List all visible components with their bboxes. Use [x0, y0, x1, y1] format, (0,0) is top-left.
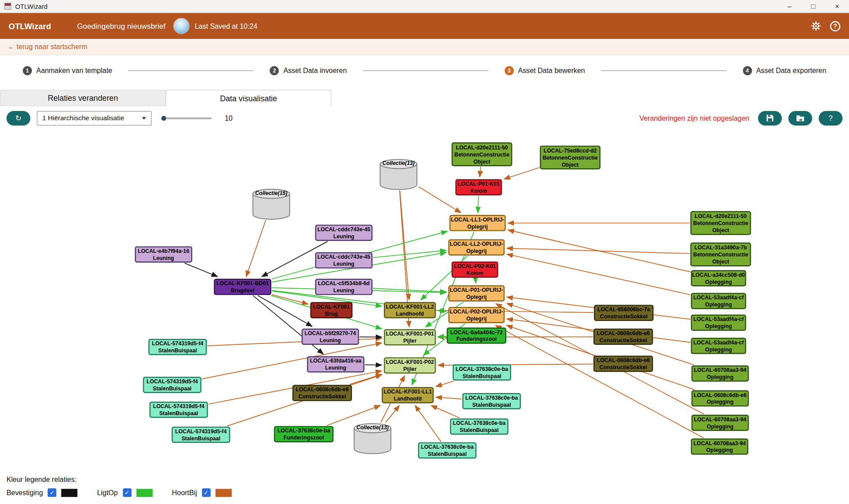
asset-node[interactable]: LOCAL-37638c0e-baStalenBuispaal: [450, 419, 509, 435]
help-icon[interactable]: ?: [830, 21, 840, 31]
visualisation-select[interactable]: 1 Hiërarchische visualisatie: [37, 111, 152, 125]
asset-node[interactable]: LOCAL-P01-OPLRIJ-Oplegrij: [448, 285, 505, 302]
asset-node[interactable]: LOCAL-0608c6db-e6ConstructieSokkel: [593, 355, 653, 372]
zoom-slider[interactable]: [161, 115, 212, 120]
tab-relaties-veranderen[interactable]: Relaties veranderen: [0, 90, 166, 106]
step-asset-data-bewerken[interactable]: 3 Asset Data bewerken: [505, 66, 585, 75]
asset-node-label-line: StalenBuispaal: [428, 451, 467, 458]
asset-node-label-line: LOCAL-KF001: [313, 303, 350, 310]
help-button-label: ?: [829, 114, 833, 122]
asset-node[interactable]: LOCAL-KF001Brug: [310, 302, 353, 318]
asset-node[interactable]: LOCAL-KF001-LL2Landhoofd: [384, 302, 436, 318]
refresh-button[interactable]: ↻: [7, 111, 31, 125]
asset-node[interactable]: LOCAL-KF001-BD01Brugdeel: [214, 279, 272, 295]
asset-node[interactable]: LOCAL-60708aa3-94Oplegging: [691, 439, 748, 455]
legend-checkbox-bevestiging[interactable]: ✓: [48, 488, 57, 497]
asset-node-label-line: LOCAL-37638c0e-ba: [277, 427, 330, 434]
asset-node[interactable]: LOCAL-37638c0e-baFunderingszool: [274, 426, 334, 443]
tab-data-visualisatie[interactable]: Data visualisatie: [166, 90, 332, 106]
step-aanmaken-van-template[interactable]: 1 Aanmaken van template: [23, 66, 112, 75]
close-button[interactable]: ×: [825, 0, 849, 12]
asset-node[interactable]: LOCAL-37638c0e-baStalenBuispaal: [463, 393, 521, 409]
step-label: Aanmaken van template: [36, 66, 112, 74]
asset-node[interactable]: LOCAL-e4b7f94a-16Leuning: [135, 246, 192, 263]
slider-value: 10: [225, 114, 233, 122]
asset-node[interactable]: LOCAL-63fda416-aaLeuning: [307, 356, 364, 373]
save-button[interactable]: [758, 111, 782, 125]
legend-item-bevestiging: Bevestiging ✓: [7, 488, 78, 497]
asset-node-label-line: Landhoofd: [396, 310, 424, 317]
asset-node[interactable]: LOCAL-LL1-OPLRIJ-Oplegrij: [449, 215, 505, 231]
asset-node[interactable]: LOCAL-KF001-P01Pijler: [384, 329, 436, 345]
settings-button[interactable]: [810, 19, 822, 32]
step-asset-data-invoeren[interactable]: 2 Asset Data invoeren: [270, 66, 347, 75]
back-bar: ← terug naar startscherm: [0, 39, 849, 55]
asset-node[interactable]: LOCAL-60708aa3-94Oplegging: [692, 415, 749, 431]
asset-node[interactable]: LOCAL-53aadf4a-cfOplegging: [691, 338, 746, 354]
asset-node-label-line: Oplegging: [705, 278, 732, 285]
asset-node[interactable]: LOCAL-d20e2111-50BetonnenConstructieObje…: [451, 142, 512, 166]
legend-checkbox-ligtop[interactable]: ✓: [122, 488, 131, 497]
step-number: 3: [505, 66, 514, 75]
asset-node[interactable]: LOCAL-P02-OPLRIJ-Oplegrij: [448, 307, 505, 323]
asset-node[interactable]: LOCAL-0608c6db-e6Oplegging: [692, 390, 749, 407]
asset-node-label-line: StalenBuispaal: [463, 372, 501, 379]
asset-node[interactable]: LOCAL-37638c0e-baStalenBuispaal: [418, 442, 476, 458]
asset-node-label-line: Oplegging: [707, 423, 734, 430]
asset-node[interactable]: LOCAL-75ed8ccd-d2BetonnenConstructieObje…: [540, 145, 600, 169]
step-asset-data-exporteren[interactable]: 4 Asset Data exporteren: [743, 66, 826, 75]
asset-node[interactable]: LOCAL-31a3490a-7bBetonnenConstructieObje…: [690, 243, 751, 267]
collection-label: Collectie(15): [255, 190, 287, 196]
asset-node[interactable]: LOCAL-574319d5-f4StalenBuispaal: [149, 402, 208, 418]
asset-node-label-line: Leuning: [320, 337, 341, 344]
open-folder-button[interactable]: [788, 111, 812, 125]
slider-handle[interactable]: [161, 115, 166, 120]
slider-track[interactable]: [166, 117, 212, 119]
asset-node[interactable]: LOCAL-574319d5-f4StalenBuispaal: [149, 339, 207, 355]
asset-node[interactable]: LOCAL-P02-K01Kolom: [451, 261, 498, 278]
asset-node[interactable]: LOCAL-c5f534b8-6dLeuning: [315, 279, 373, 295]
help-button[interactable]: ?: [818, 111, 842, 125]
step-label: Asset Data bewerken: [518, 66, 585, 74]
legend-checkbox-hoortbij[interactable]: ✓: [202, 488, 210, 497]
asset-node[interactable]: LOCAL-cddc743e-45Leuning: [315, 252, 373, 269]
asset-node[interactable]: LOCAL-0608c6db-e6ConstructieSokkel: [593, 328, 653, 345]
asset-node[interactable]: LOCAL-6a4a404c-72Funderingszool: [447, 328, 506, 344]
minimize-button[interactable]: –: [777, 0, 801, 12]
asset-node[interactable]: LOCAL-53aadf4a-cfOplegging: [691, 314, 746, 331]
asset-node[interactable]: LOCAL-b5f29270-74Leuning: [302, 328, 359, 345]
asset-node[interactable]: LOCAL-574319d5-f4StalenBuispaal: [172, 427, 230, 443]
asset-node-label-line: LOCAL-53aadf4a-cf: [693, 339, 744, 346]
legend-label: HoortBij: [172, 489, 197, 496]
asset-node-label-line: LOCAL-KF001-P01: [386, 330, 434, 337]
asset-node[interactable]: LOCAL-d20e2111-50BetonnenConstructieObje…: [690, 211, 751, 235]
last-saved-text: Last Saved at 10:24: [195, 22, 257, 30]
asset-node[interactable]: LOCAL-856006bc-7aConstructieSokkel: [594, 305, 654, 321]
app-icon: [4, 3, 11, 10]
asset-node-label-line: LOCAL-LL1-OPLRIJ-: [451, 216, 504, 223]
asset-node-label-line: Oplegging: [705, 323, 732, 330]
asset-node-label-line: LOCAL-c5f534b8-6d: [318, 280, 370, 287]
maximize-button[interactable]: □: [801, 0, 825, 12]
asset-node[interactable]: LOCAL-KF001-P02Pijler: [384, 357, 436, 374]
asset-node[interactable]: LOCAL-574319d5-f4StalenBuispaal: [143, 377, 201, 393]
project-name: Goedingebrug nieuwsbrief: [77, 22, 165, 31]
asset-node[interactable]: LOCAL-cddc743e-45Leuning: [315, 225, 373, 241]
back-to-start-link[interactable]: ← terug naar startscherm: [8, 43, 87, 51]
asset-node[interactable]: LOCAL-37638c0e-baStalenBuispaal: [453, 364, 511, 381]
asset-node[interactable]: LOCAL-KF001-LL1Landhoofd: [382, 387, 434, 404]
collection-node[interactable]: Collectie(13): [352, 422, 393, 454]
asset-node[interactable]: LOCAL-a34cc508-d0Oplegging: [691, 270, 746, 286]
collection-node[interactable]: Collectie(13): [379, 158, 419, 191]
asset-node[interactable]: LOCAL-0608c6db-e6ConstructieSokkel: [292, 385, 352, 401]
graph-canvas[interactable]: Collectie(13)Collectie(15)Collectie(13)L…: [0, 130, 849, 472]
asset-node-label-line: LOCAL-75ed8ccd-d2: [543, 147, 597, 154]
asset-node[interactable]: LOCAL-53aadf4a-cfOplegging: [691, 293, 746, 309]
asset-node-label-line: Brug: [325, 310, 338, 317]
collection-node[interactable]: Collectie(15): [251, 188, 291, 220]
asset-node[interactable]: LOCAL-LL2-OPLRIJ-Oplegrij: [448, 239, 505, 256]
asset-node[interactable]: LOCAL-60708aa3-94Oplegging: [692, 366, 749, 382]
visualisation-select-value: 1 Hiërarchische visualisatie: [42, 114, 124, 122]
asset-node[interactable]: LOCAL-P01-K01Kolom: [455, 179, 502, 195]
avatar[interactable]: [173, 18, 189, 34]
